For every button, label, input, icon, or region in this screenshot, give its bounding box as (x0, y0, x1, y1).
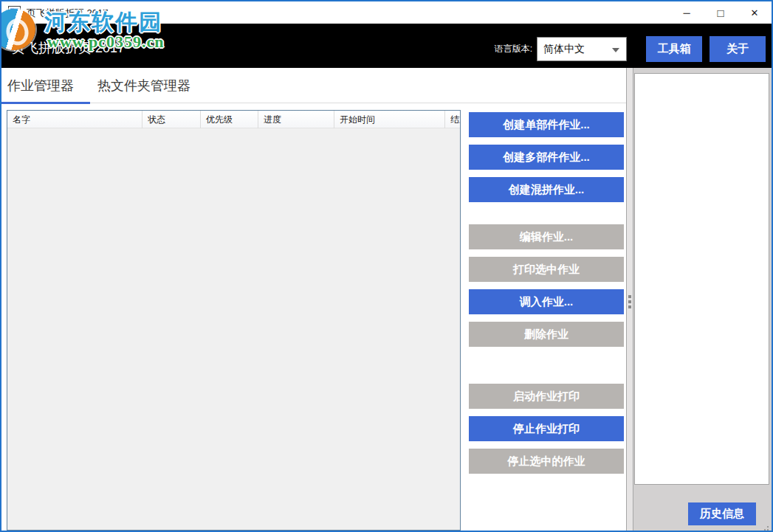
language-selected-value: 简体中文 (543, 43, 585, 56)
history-panel: 历史信息 (633, 68, 772, 531)
window-title: 页飞拼版折页 2017 (27, 7, 109, 20)
active-tab-underline (1, 102, 90, 104)
maximize-button[interactable]: □ (704, 1, 738, 24)
app-window: 页飞拼版折页 2017 ─ □ ✕ 页飞拼版折页 2017 语言版本: 简体中文… (0, 0, 773, 532)
app-header: 页飞拼版折页 2017 语言版本: 简体中文 工具箱 关于 (1, 24, 772, 68)
load-job-button[interactable]: 调入作业... (469, 289, 624, 314)
create-multi-part-job-button[interactable]: 创建多部件作业... (469, 145, 624, 170)
toolbox-button[interactable]: 工具箱 (646, 36, 702, 62)
job-table-header: 名字 状态 优先级 进度 开始时间 结束时间 (7, 111, 460, 128)
about-button[interactable]: 关于 (710, 36, 766, 62)
create-mixed-job-button[interactable]: 创建混拼作业... (469, 177, 624, 202)
start-job-printing-button[interactable]: 启动作业打印 (469, 384, 624, 409)
app-title: 页飞拼版折页 2017 (12, 39, 125, 57)
close-button[interactable]: ✕ (738, 1, 772, 24)
tab-hot-folder-manager[interactable]: 热文件夹管理器 (97, 77, 190, 94)
stop-job-printing-button[interactable]: 停止作业打印 (469, 416, 624, 441)
header-toolbar: 语言版本: 简体中文 工具箱 关于 (495, 36, 766, 62)
minimize-button[interactable]: ─ (670, 1, 704, 24)
stop-selected-jobs-button[interactable]: 停止选中的作业 (469, 449, 624, 474)
titlebar: 页飞拼版折页 2017 ─ □ ✕ (1, 1, 772, 24)
tabbar-divider (90, 103, 626, 103)
tab-job-manager[interactable]: 作业管理器 (7, 77, 74, 94)
job-table[interactable]: 名字 状态 优先级 进度 开始时间 结束时间 (7, 110, 461, 531)
tabbar: 作业管理器 热文件夹管理器 (1, 68, 626, 110)
column-header-status[interactable]: 状态 (142, 111, 201, 128)
column-header-priority[interactable]: 优先级 (201, 111, 258, 128)
history-info-button[interactable]: 历史信息 (688, 502, 756, 525)
dropdown-arrow-icon (612, 48, 619, 52)
print-selected-job-button[interactable]: 打印选中作业 (469, 257, 624, 282)
splitter-handle-icon (628, 295, 631, 298)
column-header-start-time[interactable]: 开始时间 (334, 111, 445, 128)
delete-job-button[interactable]: 删除作业 (469, 322, 624, 347)
resize-grip-icon[interactable] (767, 526, 769, 528)
language-select[interactable]: 简体中文 (537, 37, 627, 61)
column-header-progress[interactable]: 进度 (258, 111, 334, 128)
language-version-label: 语言版本: (495, 43, 532, 55)
history-list[interactable] (634, 73, 769, 485)
window-controls: ─ □ ✕ (670, 1, 772, 24)
panel-splitter[interactable] (626, 68, 633, 531)
app-icon (8, 6, 21, 18)
column-header-end-time[interactable]: 结束时间 (445, 111, 461, 128)
edit-job-button[interactable]: 编辑作业... (469, 224, 624, 249)
job-table-body[interactable] (7, 129, 460, 530)
column-header-name[interactable]: 名字 (7, 111, 142, 128)
create-single-part-job-button[interactable]: 创建单部件作业... (469, 112, 624, 137)
